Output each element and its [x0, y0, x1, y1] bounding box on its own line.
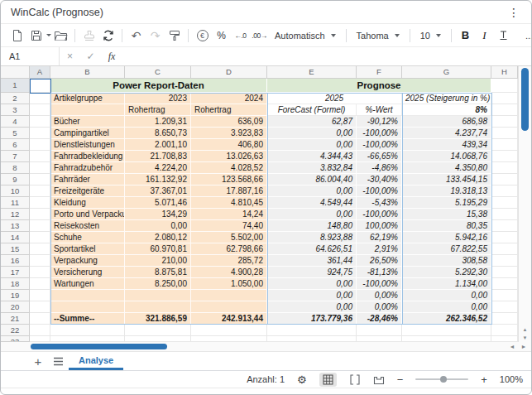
formula-input[interactable]: [122, 47, 531, 65]
cell-pct[interactable]: -100,00%: [357, 128, 402, 139]
cell-forecast[interactable]: 3.832,84: [267, 162, 357, 174]
cell[interactable]: [491, 197, 518, 209]
row-header[interactable]: 23: [1, 336, 30, 342]
cell-2023[interactable]: 8.250,00: [125, 278, 191, 290]
cell-forecast[interactable]: 64.626,51: [267, 243, 357, 255]
row-header[interactable]: 19: [1, 290, 30, 301]
cell-forecast[interactable]: 924,75: [267, 267, 357, 278]
cell-2023[interactable]: 8.650,73: [125, 128, 191, 139]
cell-pct[interactable]: 62,19%: [357, 232, 402, 243]
cell[interactable]: [30, 313, 50, 325]
font-size-dropdown[interactable]: 10: [415, 31, 447, 41]
row-header[interactable]: 12: [1, 209, 30, 220]
col-header-D[interactable]: D: [191, 66, 267, 79]
cell[interactable]: [491, 243, 518, 255]
cell-forecast[interactable]: 8.923,88: [267, 232, 357, 243]
cell[interactable]: [491, 128, 518, 139]
cell-2024[interactable]: 4.028,52: [191, 162, 267, 174]
cell[interactable]: [30, 79, 50, 93]
page-break-view-button[interactable]: [349, 374, 361, 385]
row-header[interactable]: 2: [1, 93, 30, 104]
sum-2023[interactable]: 321.886,59: [125, 313, 191, 325]
tab-analyse[interactable]: Analyse: [69, 352, 123, 370]
cell-2023[interactable]: 161.132,92: [125, 174, 191, 185]
header-2024[interactable]: 2024: [191, 93, 267, 104]
steigerung-percent-value[interactable]: 8%: [402, 104, 491, 116]
cell[interactable]: [357, 325, 402, 336]
cell-artikelgruppe[interactable]: Sportartikel: [50, 243, 125, 255]
cell[interactable]: [30, 325, 50, 336]
cell-2025[interactable]: 4.237,74: [402, 128, 491, 139]
scroll-right-icon[interactable]: ►: [518, 342, 530, 351]
zoom-slider-thumb[interactable]: [440, 376, 447, 383]
cell-2025[interactable]: 439,34: [402, 139, 491, 151]
cell[interactable]: [30, 290, 50, 301]
scroll-left-icon[interactable]: ◄: [506, 342, 518, 351]
row-header[interactable]: 7: [1, 151, 30, 162]
zoom-out-button[interactable]: −: [397, 373, 404, 386]
font-name-dropdown[interactable]: Tahoma: [351, 31, 405, 41]
cell-2025[interactable]: 5.292,30: [402, 267, 491, 278]
cell[interactable]: [30, 93, 50, 104]
undo-button[interactable]: ↶: [127, 26, 146, 45]
save-button[interactable]: [26, 26, 46, 45]
row-header[interactable]: 8: [1, 162, 30, 174]
row-header[interactable]: 18: [1, 278, 30, 290]
header-pct-wert[interactable]: %-Wert: [357, 104, 402, 116]
decrease-decimal-button[interactable]: .00→: [250, 26, 269, 45]
cell-artikelgruppe[interactable]: Verpackung: [50, 255, 125, 267]
cell-2023[interactable]: 1.209,31: [125, 116, 191, 128]
row-header[interactable]: 10: [1, 185, 30, 197]
refresh-button[interactable]: [98, 26, 117, 45]
sheet-list-menu-icon[interactable]: [49, 357, 67, 366]
cell[interactable]: [491, 79, 518, 93]
cell[interactable]: [491, 116, 518, 128]
cell-forecast[interactable]: 62,87: [267, 116, 357, 128]
cell-forecast[interactable]: 0,00: [267, 128, 357, 139]
cell-2024[interactable]: 285,72: [191, 255, 267, 267]
normal-view-button[interactable]: [319, 373, 337, 387]
cell-2025[interactable]: 14.068,76: [402, 151, 491, 162]
sum-forecast[interactable]: 173.779,36: [267, 313, 357, 325]
cell[interactable]: [267, 325, 357, 336]
currency-format-button[interactable]: €: [193, 26, 212, 45]
cell-pct[interactable]: -30,40%: [357, 174, 402, 185]
cell[interactable]: [50, 325, 125, 336]
page-layout-view-button[interactable]: [373, 374, 385, 385]
row-header[interactable]: 17: [1, 267, 30, 278]
cell-pct[interactable]: -100,00%: [357, 139, 402, 151]
cell-2024[interactable]: 14,24: [191, 209, 267, 220]
italic-button[interactable]: I: [475, 26, 494, 45]
cell-forecast[interactable]: 0,00: [267, 139, 357, 151]
cell[interactable]: [30, 267, 50, 278]
cell[interactable]: [30, 243, 50, 255]
cell-2024[interactable]: 4.900,28: [191, 267, 267, 278]
cell-artikelgruppe[interactable]: Wartungen: [50, 278, 125, 290]
header-2025[interactable]: 2025: [267, 93, 402, 104]
prognose-title[interactable]: Prognose: [267, 79, 491, 93]
cell-2024[interactable]: [191, 301, 267, 313]
cell-artikelgruppe[interactable]: Fahrräder: [50, 174, 125, 185]
col-header-G[interactable]: G: [402, 66, 491, 79]
row-header[interactable]: 1: [1, 79, 30, 93]
cell-2025[interactable]: 1.134,00: [402, 278, 491, 290]
cell-2024[interactable]: 74,40: [191, 220, 267, 232]
add-sheet-button[interactable]: +: [29, 354, 47, 369]
cell[interactable]: [30, 301, 50, 313]
scroll-up-icon[interactable]: ▲: [519, 325, 531, 334]
cell-forecast[interactable]: 0,00: [267, 278, 357, 290]
cell-pct[interactable]: 26,50%: [357, 255, 402, 267]
cell[interactable]: [491, 255, 518, 267]
cell-2024[interactable]: 4.810,45: [191, 197, 267, 209]
cell-2023[interactable]: 210,00: [125, 255, 191, 267]
cell-2023[interactable]: [125, 301, 191, 313]
sum-pct[interactable]: -28,46%: [357, 313, 402, 325]
report-data-title[interactable]: Power Report-Daten: [50, 79, 267, 93]
cell[interactable]: [491, 278, 518, 290]
cell-artikelgruppe[interactable]: Dienstleistungen: [50, 139, 125, 151]
cell[interactable]: [50, 336, 125, 342]
cell-2025[interactable]: 133.454,15: [402, 174, 491, 185]
row-header[interactable]: 16: [1, 255, 30, 267]
cell[interactable]: [30, 128, 50, 139]
cell-forecast[interactable]: 4.549,44: [267, 197, 357, 209]
